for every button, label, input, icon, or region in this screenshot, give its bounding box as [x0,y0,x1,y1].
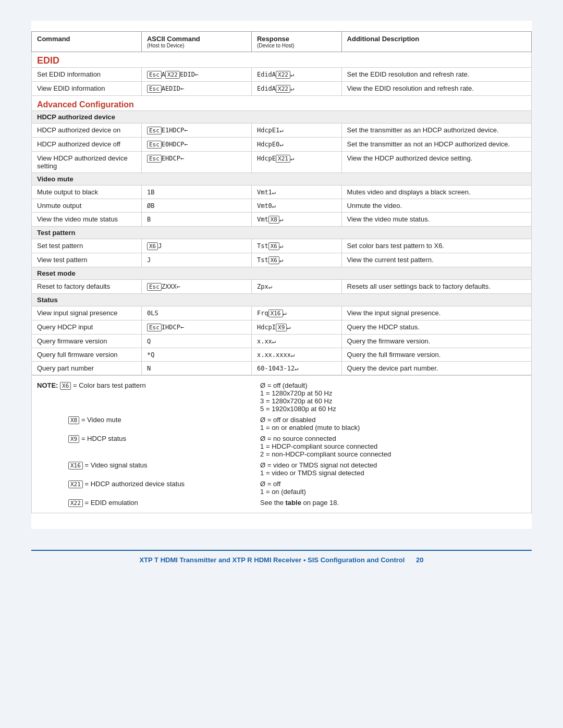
subsection-hdcp: HDCP authorized device [32,111,532,124]
table-row: View EDID information EscAEDID← EdidAX22… [32,82,532,96]
subsection-title-cell: HDCP authorized device [32,111,532,124]
subsection-video-mute: Video mute [32,173,532,186]
note-value: 1 = on or enabled (mute to black) [260,424,523,431]
cmd-cell: View the video mute status [32,213,142,227]
note-item: X21 = HDCP authorized device statusØ = o… [37,478,526,497]
desc-cell: Query the device part number. [341,362,531,375]
note-item: X16 = Video signal statusØ = video or TM… [37,460,526,478]
resp-cell: Vmt1↵ [251,186,341,199]
note-label-text: = HDCP authorized device status [85,480,185,488]
return-symbol: ↵ [290,85,294,92]
return-symbol: ↵ [283,310,287,317]
header-ascii: ASCII Command (Host to Device) [141,32,251,52]
table-row: View input signal presence 0LS FrqX16↵ V… [32,306,532,320]
kbd-span: Esc [147,283,162,291]
subsection-title-cell: Test pattern [32,227,532,239]
note-values-cell: See the table on page 18. [257,497,526,509]
edid-section-header: EDID [32,52,532,68]
ascii-cell: EscZXXX← [141,280,251,294]
header-command-label: Command [37,35,70,43]
note-label-cell: X16 = Video signal status [37,460,257,478]
note-item: NOTE: X6 = Color bars test patternØ = of… [37,380,526,414]
note-var: X21 [68,480,83,488]
return-symbol: ↵ [268,283,272,290]
cmd-cell: Set test pattern [32,239,142,253]
resp-cell: Zpx↵ [251,280,341,294]
note-var-row: X9 = HDCP status [37,435,126,443]
resp-cell: HdcpE1↵ [251,124,341,138]
desc-cell: Query the HDCP status. [341,320,531,335]
advanced-config-header: Advanced Configuration [32,96,532,111]
return-symbol: ↵ [279,216,283,223]
notes-row: NOTE: X6 = Color bars test patternØ = of… [32,376,532,513]
subsection-title-cell: Status [32,294,532,306]
resp-cell: HdcpEX21↵ [251,152,341,173]
header-desc: Additional Description [341,32,531,52]
note-label-text: = Video signal status [85,461,148,469]
subsection-test-pattern: Test pattern [32,227,532,239]
ascii-cell: *Q [141,348,251,362]
kbd-span: Esc [147,324,162,331]
cmd-cell: Reset to factory defaults [32,280,142,294]
table-header: Command ASCII Command (Host to Device) R… [32,32,532,52]
cmd-cell: Query full firmware version [32,348,142,362]
table-row: Unmute output ØB Vmt0↵ Unmute the video. [32,199,532,213]
note-values-cell: Ø = off (default)1 = 1280x720p at 50 Hz3… [257,380,526,414]
subsection-reset-mode: Reset mode [32,267,532,280]
return-symbol: ↵ [272,189,276,196]
resp-cell: x.xx↵ [251,335,341,348]
return-symbol: ↵ [272,338,276,345]
table-row: View HDCP authorized device setting EscE… [32,152,532,173]
return-symbol: ↵ [272,202,276,209]
note-values-cell: Ø = video or TMDS signal not detected1 =… [257,460,526,478]
return-symbol: ↵ [279,141,283,148]
note-value: Ø = video or TMDS signal not detected [260,461,523,469]
note-item: X22 = EDID emulationSee the table on pag… [37,497,526,509]
note-var-row: X8 = Video mute [37,416,121,424]
kbd-span: X21 [276,155,290,163]
note-label-text: = Color bars test pattern [73,381,146,389]
note-value: 1 = video or TMDS signal detected [260,469,523,477]
note-value: Ø = off (default) [260,381,523,389]
note-item: X9 = HDCP statusØ = no source connected1… [37,433,526,460]
table-row: Query part number N 60-1043-12↵ Query th… [32,362,532,375]
note-var: X9 [68,435,79,443]
cmd-cell: View input signal presence [32,306,142,320]
ascii-cell: EscE1HDCP← [141,124,251,138]
ascii-cell: X6J [141,239,251,253]
kbd-span: X22 [165,71,180,79]
footer-page: 20 [416,556,423,564]
ascii-cell: EscIHDCP← [141,320,251,335]
subsection-title-cell: Reset mode [32,267,532,280]
desc-cell: Mutes video and displays a black screen. [341,186,531,199]
resp-cell: TstX6↵ [251,253,341,267]
table-row: Set EDID information EscAX22EDID← EdidAX… [32,68,532,82]
kbd-span: Esc [147,155,162,163]
note-value: Ø = no source connected [260,435,523,442]
note-var-row: X21 = HDCP authorized device status [37,480,185,488]
table-row: Query firmware version Q x.xx↵ Query the… [32,335,532,348]
kbd-span: Esc [147,71,162,79]
desc-cell: Set the transmitter as an HDCP authorize… [341,124,531,138]
cmd-cell: HDCP authorized device off [32,138,142,152]
table-row: Query HDCP input EscIHDCP← HdcpIX9↵ Quer… [32,320,532,335]
header-ascii-sub: (Host to Device) [147,43,246,48]
table-row: Set test pattern X6J TstX6↵ Set color ba… [32,239,532,253]
note-values-cell: Ø = off or disabled1 = on or enabled (mu… [257,414,526,433]
cmd-cell: Unmute output [32,199,142,213]
header-response-label: Response [257,35,289,43]
table-row: View the video mute status B VmtX8↵ View… [32,213,532,227]
kbd-span: X16 [268,310,283,317]
note-var-row: X16 = Video signal status [37,461,148,470]
return-symbol: ↵ [279,127,283,134]
note-label-text: = Video mute [81,416,121,424]
subsection-title-cell: Video mute [32,173,532,186]
note-value: 5 = 1920x1080p at 60 Hz [260,405,523,413]
note-var: X16 [68,462,83,470]
note-value: 3 = 1280x720p at 60 Hz [260,397,523,405]
desc-cell: Set the EDID resolution and refresh rate… [341,68,531,82]
kbd-span: X22 [276,71,290,79]
desc-cell: Set the transmitter as not an HDCP autho… [341,138,531,152]
resp-cell: x.xx.xxxx↵ [251,348,341,362]
cmd-cell: Query firmware version [32,335,142,348]
